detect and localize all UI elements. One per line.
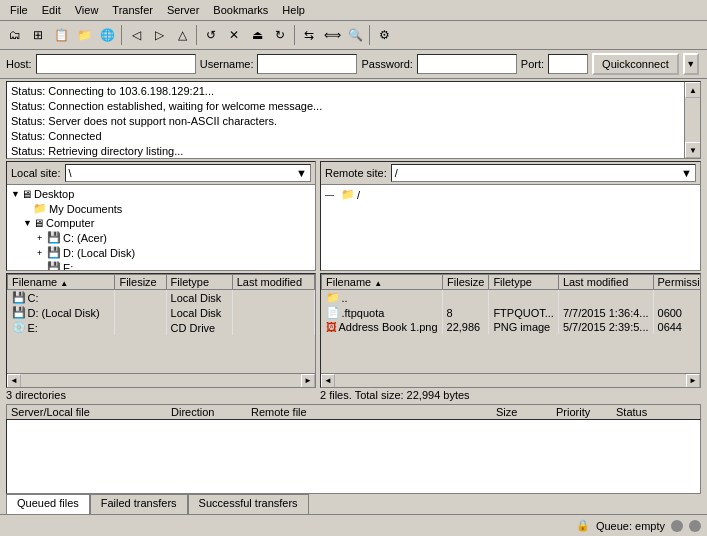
local-path-combo[interactable]: \ ▼ [65,164,311,182]
status-line-5: Status: Retrieving directory listing... [11,144,682,159]
local-scroll-track [21,376,301,386]
remote-col-filetype[interactable]: Filetype [489,275,559,290]
tab-failed-transfers[interactable]: Failed transfers [90,494,188,514]
tree-item-e[interactable]: 💾 E: [9,260,313,270]
status-dot-2 [689,520,701,532]
local-file-row[interactable]: 💾D: (Local Disk) Local Disk [8,305,315,320]
d-drive-label: D: (Local Disk) [63,247,135,259]
scroll-down-button[interactable]: ▼ [685,142,701,158]
show-local-button[interactable]: 📁 [73,24,95,46]
local-scroll-left[interactable]: ◄ [7,374,21,388]
show-remote-button[interactable]: 🌐 [96,24,118,46]
tree-item-d[interactable]: + 💾 D: (Local Disk) [9,245,313,260]
host-label: Host: [6,58,32,70]
local-col-filename[interactable]: Filename ▲ [8,275,115,290]
sort-arrow-filename: ▲ [60,279,68,288]
host-input[interactable] [36,54,196,74]
tree-item-desktop[interactable]: ▼ 🖥 Desktop [9,187,313,201]
local-site-panel: Local site: \ ▼ ▼ 🖥 Desktop 📁 My Documen… [6,161,316,271]
show-msg-log-button[interactable]: 📋 [50,24,72,46]
menu-server[interactable]: Server [161,2,205,18]
local-col-filesize[interactable]: Filesize [115,275,166,290]
status-line-1: Status: Connecting to 103.6.198.129:21..… [11,84,682,99]
search-button[interactable]: 🔍 [344,24,366,46]
remote-file-row-ftpquota[interactable]: 📄.ftpquota 8 FTPQUOT... 7/7/2015 1:36:4.… [322,305,701,320]
remote-scroll-left[interactable]: ◄ [321,374,335,388]
toolbar: 🗂 ⊞ 📋 📁 🌐 ◁ ▷ △ ↺ ✕ ⏏ ↻ ⇆ ⟺ 🔍 ⚙ [0,21,707,50]
expand-computer-icon: ▼ [23,218,33,228]
d-row-icon: 💾 [12,306,26,319]
queue-col-remotefile[interactable]: Remote file [251,406,496,418]
network-config-button[interactable]: ⚙ [373,24,395,46]
remote-files-scroll[interactable]: Filename ▲ Filesize Filetype Last modifi… [321,274,700,373]
scroll-up-button[interactable]: ▲ [685,82,701,98]
computer-label: Computer [46,217,94,229]
queue-col-size[interactable]: Size [496,406,556,418]
queue-col-serverlocal[interactable]: Server/Local file [11,406,171,418]
dotdot-icon: 📁 [326,291,340,304]
remote-file-row-addressbook[interactable]: 🖼Address Book 1.png 22,986 PNG image 5/7… [322,320,701,334]
queue-col-direction[interactable]: Direction [171,406,251,418]
toolbar-sep3 [294,25,295,45]
remote-col-lastmod[interactable]: Last modified [558,275,653,290]
reconnect-button[interactable]: ↻ [269,24,291,46]
disconnect-button[interactable]: ⏏ [246,24,268,46]
connection-bar: Host: Username: Password: Port: Quickcon… [0,50,707,79]
tree-item-root[interactable]: — 📁 / [323,187,698,202]
status-line-3: Status: Server does not support non-ASCI… [11,114,682,129]
port-input[interactable] [548,54,588,74]
remote-hscroll[interactable]: ◄ ► [321,373,700,387]
queue-section: Server/Local file Direction Remote file … [6,404,701,494]
open-site-manager-button[interactable]: 🗂 [4,24,26,46]
sync-browse-button[interactable]: ⟺ [321,24,343,46]
menu-transfer[interactable]: Transfer [106,2,159,18]
remote-scroll-right[interactable]: ► [686,374,700,388]
cancel-button[interactable]: ✕ [223,24,245,46]
tab-queued-files[interactable]: Queued files [6,494,90,514]
tree-item-mydocs[interactable]: 📁 My Documents [9,201,313,216]
local-hscroll[interactable]: ◄ ► [7,373,315,387]
remote-col-perms[interactable]: Permissions [653,275,700,290]
remote-col-filename[interactable]: Filename ▲ [322,275,443,290]
tree-panels: Local site: \ ▼ ▼ 🖥 Desktop 📁 My Documen… [6,161,701,271]
refresh-button[interactable]: ↺ [200,24,222,46]
username-input[interactable] [257,54,357,74]
local-col-filetype[interactable]: Filetype [166,275,232,290]
tab-successful-transfers[interactable]: Successful transfers [188,494,309,514]
compare-button[interactable]: ⇆ [298,24,320,46]
menu-help[interactable]: Help [276,2,311,18]
file-status-bars: 3 directories 2 files. Total size: 22,99… [6,389,701,401]
port-label: Port: [521,58,544,70]
menu-file[interactable]: File [4,2,34,18]
remote-col-filesize[interactable]: Filesize [443,275,489,290]
forward-button[interactable]: ▷ [148,24,170,46]
e-drive-icon: 💾 [47,261,61,270]
new-tab-button[interactable]: ⊞ [27,24,49,46]
queue-col-status[interactable]: Status [616,406,696,418]
status-line-2: Status: Connection established, waiting … [11,99,682,114]
queue-col-priority[interactable]: Priority [556,406,616,418]
local-files-scroll[interactable]: Filename ▲ Filesize Filetype Last modifi… [7,274,315,373]
password-input[interactable] [417,54,517,74]
quickconnect-dropdown[interactable]: ▼ [683,53,699,75]
local-file-row[interactable]: 💿E: CD Drive [8,320,315,335]
menu-edit[interactable]: Edit [36,2,67,18]
tree-item-c[interactable]: + 💾 C: (Acer) [9,230,313,245]
quickconnect-button[interactable]: Quickconnect [592,53,679,75]
tree-item-computer[interactable]: ▼ 🖥 Computer [9,216,313,230]
local-file-row[interactable]: 💾C: Local Disk [8,290,315,306]
back-button[interactable]: ◁ [125,24,147,46]
menu-bookmarks[interactable]: Bookmarks [207,2,274,18]
local-scroll-right[interactable]: ► [301,374,315,388]
remote-scroll-track [335,376,686,386]
up-button[interactable]: △ [171,24,193,46]
username-label: Username: [200,58,254,70]
menu-view[interactable]: View [69,2,105,18]
remote-path-combo[interactable]: / ▼ [391,164,696,182]
queue-headers: Server/Local file Direction Remote file … [6,404,701,419]
ftpquota-icon: 📄 [326,306,340,319]
desktop-folder-icon: 🖥 [21,188,32,200]
local-col-lastmod[interactable]: Last modified [232,275,314,290]
local-site-label: Local site: [11,167,61,179]
remote-file-row-dotdot[interactable]: 📁.. [322,290,701,306]
